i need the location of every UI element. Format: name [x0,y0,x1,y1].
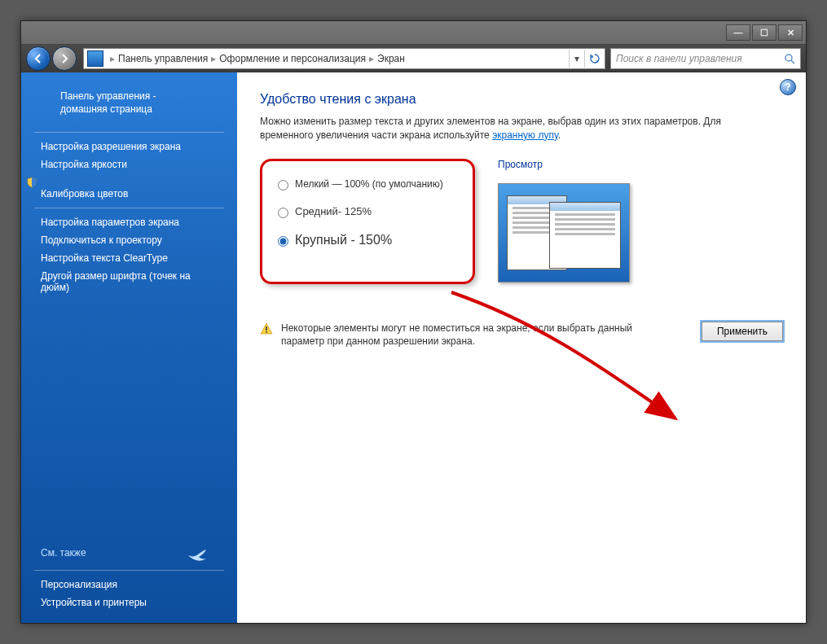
see-also-label: См. также [41,547,86,559]
chevron-right-icon: ▸ [211,53,216,64]
sidebar-item-resolution[interactable]: Настройка разрешения экрана [21,138,237,156]
help-button[interactable]: ? [780,79,796,95]
navbar: ▸ Панель управления ▸ Оформление и персо… [21,45,806,73]
search-placeholder: Поиск в панели управления [616,53,742,64]
breadcrumb-root[interactable]: Панель управления [118,53,208,64]
svg-rect-1 [266,326,267,331]
warning-row: Некоторые элементы могут не поместиться … [260,322,783,348]
refresh-button[interactable] [584,50,605,68]
desc-text: Можно изменить размер текста и других эл… [260,116,721,141]
page-title: Удобство чтения с экрана [260,92,783,107]
chevron-right-icon: ▸ [110,53,115,64]
see-also-personalization[interactable]: Персонализация [21,576,237,594]
back-button[interactable] [26,46,51,71]
sidebar: Панель управления - домашняя страница На… [21,72,237,623]
radio-small[interactable]: Мелкий — 100% (по умолчанию) [274,177,461,191]
main-panel: ? Удобство чтения с экрана Можно изменит… [237,72,806,623]
bird-icon [187,544,209,562]
radio-large[interactable]: Крупный - 150% [274,233,461,248]
warning-icon [260,322,273,335]
titlebar: — ☐ ✕ [21,21,806,45]
svg-rect-2 [266,331,267,333]
breadcrumb-leaf[interactable]: Экран [377,53,405,64]
sidebar-item-dpi[interactable]: Другой размер шрифта (точек на дюйм) [21,267,237,296]
sidebar-home-link[interactable]: Панель управления - домашняя страница [41,87,221,119]
minimize-button[interactable]: — [726,24,750,41]
see-also-devices[interactable]: Устройства и принтеры [21,594,237,611]
sidebar-item-calibrate[interactable]: Калибровка цветов [21,173,237,203]
divider [34,132,224,133]
chevron-right-icon: ▸ [369,53,374,64]
sidebar-item-label: Калибровка цветов [41,188,128,199]
radio-label: Мелкий — 100% (по умолчанию) [295,178,443,190]
magnifier-link[interactable]: экранную лупу [492,129,558,141]
preview-window-icon [549,202,621,269]
search-input[interactable]: Поиск в панели управления [610,48,801,69]
radio-medium[interactable]: Средний- 125% [274,205,461,218]
radio-large-input[interactable] [278,236,288,247]
divider [34,570,224,571]
divider [34,208,224,208]
apply-button[interactable]: Применить [702,322,783,341]
forward-button[interactable] [52,46,77,71]
desc-text-end: . [558,129,561,141]
size-options-group: Мелкий — 100% (по умолчанию) Средний- 12… [260,159,475,284]
preview-section: Просмотр [498,159,630,283]
breadcrumb-mid[interactable]: Оформление и персонализация [219,53,366,64]
sidebar-item-projector[interactable]: Подключиться к проектору [21,231,237,249]
sidebar-item-brightness[interactable]: Настройка яркости [21,156,237,173]
radio-label: Средний- 125% [295,205,372,217]
sidebar-item-display-params[interactable]: Настройка параметров экрана [21,213,237,231]
sidebar-item-cleartype[interactable]: Настройка текста ClearType [21,249,237,267]
see-also-heading: См. также [21,541,237,565]
breadcrumb-dropdown[interactable]: ▾ [569,50,584,68]
page-description: Можно изменить размер текста и других эл… [260,115,765,142]
warning-text: Некоторые элементы могут не поместиться … [281,322,648,348]
breadcrumb[interactable]: ▸ Панель управления ▸ Оформление и персо… [83,48,605,69]
maximize-button[interactable]: ☐ [752,24,776,41]
preview-image [498,183,630,283]
search-icon [784,53,795,64]
radio-medium-input[interactable] [278,208,288,218]
svg-point-0 [785,55,792,61]
shield-icon [26,177,37,188]
preview-label: Просмотр [498,159,630,170]
control-panel-icon [87,50,103,67]
close-button[interactable]: ✕ [778,24,803,41]
radio-label: Крупный - 150% [295,233,392,248]
radio-small-input[interactable] [278,180,288,191]
